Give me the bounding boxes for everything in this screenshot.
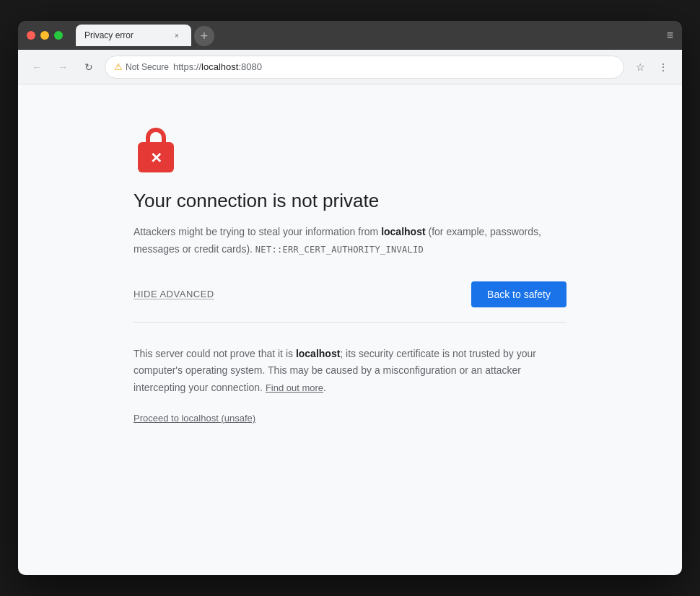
advanced-text: This server could not prove that it is l… — [134, 346, 566, 397]
forward-button[interactable]: → — [53, 57, 73, 77]
traffic-lights — [27, 31, 63, 40]
advanced-host: localhost — [296, 348, 340, 359]
error-heading: Your connection is not private — [134, 190, 566, 212]
maximize-window-button[interactable] — [54, 31, 63, 40]
new-tab-button[interactable]: + — [194, 26, 214, 46]
tab-bar: Privacy error × + — [76, 25, 673, 46]
back-button[interactable]: ← — [27, 57, 47, 77]
advanced-text-part3: . — [323, 382, 326, 393]
security-warning: ⚠ Not Secure — [114, 61, 169, 72]
lock-icon-wrap: ✕ — [134, 128, 566, 172]
url-suffix: :8080 — [238, 61, 262, 72]
error-container: ✕ Your connection is not private Attacke… — [134, 128, 566, 424]
description-part1: Attackers might be trying to steal your … — [134, 226, 381, 237]
error-description: Attackers might be trying to steal your … — [134, 224, 566, 258]
url-prefix: https:// — [173, 61, 201, 72]
close-window-button[interactable] — [27, 31, 35, 40]
url-domain: localhost — [201, 61, 238, 72]
action-row: HIDE ADVANCED Back to safety — [134, 281, 566, 323]
error-code: NET::ERR_CERT_AUTHORITY_INVALID — [255, 245, 424, 255]
address-bar: ← → ↻ ⚠ Not Secure https://localhost:808… — [18, 50, 682, 84]
hide-advanced-button[interactable]: HIDE ADVANCED — [134, 289, 214, 299]
active-tab[interactable]: Privacy error × — [76, 25, 191, 46]
browser-window: Privacy error × + ≡ ← → ↻ ⚠ Not Secure h… — [18, 21, 682, 575]
browser-menu-icon[interactable]: ≡ — [667, 29, 673, 42]
lock-x-icon: ✕ — [150, 151, 162, 165]
url-display: https://localhost:8080 — [173, 61, 262, 72]
warning-triangle-icon: ⚠ — [114, 61, 123, 72]
minimize-window-button[interactable] — [40, 31, 49, 40]
more-options-button[interactable]: ⋮ — [653, 57, 673, 77]
back-to-safety-button[interactable]: Back to safety — [471, 281, 566, 307]
proceed-unsafe-link[interactable]: Proceed to localhost (unsafe) — [134, 413, 255, 424]
reload-button[interactable]: ↻ — [79, 57, 99, 77]
not-secure-label: Not Secure — [126, 62, 169, 72]
bookmark-button[interactable]: ☆ — [630, 57, 650, 77]
url-bar[interactable]: ⚠ Not Secure https://localhost:8080 — [105, 56, 624, 79]
lock-body: ✕ — [138, 142, 174, 172]
tab-close-button[interactable]: × — [171, 30, 183, 41]
title-bar: Privacy error × + ≡ — [18, 21, 682, 50]
lock-icon: ✕ — [134, 128, 178, 172]
find-out-more-link[interactable]: Find out more — [266, 382, 323, 393]
advanced-text-part1: This server could not prove that it is — [134, 348, 296, 359]
page-content: ✕ Your connection is not private Attacke… — [18, 84, 682, 575]
description-host: localhost — [381, 226, 425, 237]
address-actions: ☆ ⋮ — [630, 57, 673, 77]
lock-shackle — [146, 128, 166, 144]
tab-title: Privacy error — [84, 30, 165, 40]
